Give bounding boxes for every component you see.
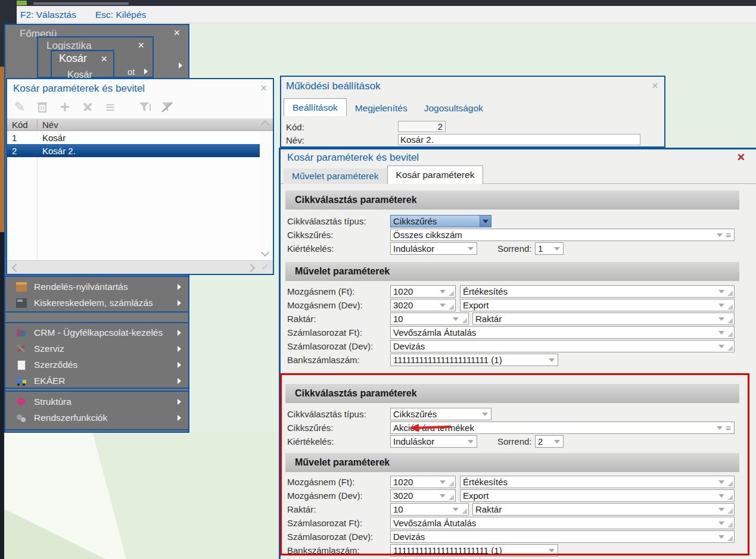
scroll-right-icon[interactable] — [247, 264, 255, 272]
chevron-down-icon[interactable] — [718, 508, 724, 511]
sorrend-select[interactable]: 1 — [535, 242, 564, 255]
chevron-down-icon[interactable] — [718, 290, 724, 293]
resize-grip-icon[interactable] — [727, 536, 733, 541]
chevron-down-icon[interactable] — [718, 304, 724, 307]
scroll-left-icon[interactable] — [12, 264, 20, 272]
chevron-down-icon[interactable] — [453, 508, 459, 511]
chevron-down-icon[interactable] — [453, 317, 459, 321]
f2-hint[interactable]: F2: Választás — [20, 6, 76, 23]
column-header-kod[interactable]: Kód — [7, 120, 37, 130]
chevron-down-icon[interactable] — [468, 440, 474, 444]
tab-muvelet-parameterek[interactable]: Művelet paraméterek — [284, 168, 387, 184]
szamlasorozat-ft-select[interactable]: Vevőszámla Átutalás — [390, 517, 735, 529]
resize-grip-icon[interactable] — [727, 291, 733, 296]
resize-grip-icon[interactable] — [462, 508, 467, 514]
chevron-down-icon[interactable] — [482, 413, 488, 416]
szamlasorozat-dev-select[interactable]: Devizás — [390, 340, 735, 352]
resize-grip-icon[interactable] — [727, 318, 733, 323]
settings-tools-icon[interactable] — [79, 99, 97, 115]
chevron-down-icon[interactable] — [440, 290, 446, 293]
kod-field[interactable]: 2 — [398, 121, 446, 132]
chevron-down-icon[interactable] — [718, 494, 724, 498]
list-lookup-icon[interactable]: ≡ — [726, 230, 731, 239]
filter-icon[interactable] — [136, 99, 154, 115]
menu-item-ekaer[interactable]: EKÁER — [5, 373, 188, 389]
sorrend-select[interactable]: 2 — [535, 435, 564, 448]
mozgasnem-dev-name-select[interactable]: Export — [460, 489, 735, 502]
resize-grip-icon[interactable] — [449, 304, 454, 310]
resize-grip-icon[interactable] — [462, 318, 467, 323]
chevron-down-icon[interactable] — [718, 331, 724, 335]
esc-hint[interactable]: Esc: Kilépés — [95, 6, 146, 23]
list-window-close-icon[interactable]: × — [260, 82, 267, 95]
mozgasnem-dev-code-select[interactable]: 3020 — [390, 299, 456, 311]
resize-grip-icon[interactable] — [449, 291, 454, 296]
menu-lines-icon[interactable]: ≡ — [101, 99, 119, 115]
tab-kosar-parameterek[interactable]: Kosár paraméterek — [387, 165, 484, 184]
scroll-down-icon[interactable] — [261, 248, 269, 257]
chevron-down-icon[interactable] — [718, 345, 724, 348]
table-row[interactable]: 1 Kosár — [7, 131, 260, 144]
table-row-selected[interactable]: 2 Kosár 2. — [7, 144, 260, 157]
mozgasnem-ft-code-select[interactable]: 1020 — [390, 476, 456, 488]
chevron-down-icon[interactable] — [549, 358, 555, 362]
chevron-down-icon[interactable] — [718, 480, 724, 484]
menu-item-struktura[interactable]: Struktúra — [5, 394, 188, 410]
raktar-name-select[interactable]: Raktár — [472, 503, 735, 516]
menu-item-szerviz[interactable]: Szerviz — [5, 341, 188, 357]
resize-grip-icon[interactable] — [727, 481, 733, 486]
scroll-up-icon[interactable] — [261, 120, 269, 129]
cikkszures-select[interactable]: Akciós áru termékek ≡ — [390, 421, 735, 434]
chevron-down-icon[interactable] — [440, 480, 446, 484]
column-header-nev[interactable]: Név — [38, 120, 262, 130]
bankszamlaszam-select[interactable]: 1111111111111111111111 (1) — [390, 544, 558, 557]
resize-grip-icon[interactable] — [727, 345, 733, 351]
chevron-down-icon[interactable] — [717, 426, 723, 430]
menu-item-szerzodes[interactable]: Szerződés — [5, 357, 188, 373]
mozgasnem-ft-code-select[interactable]: 1020 — [390, 285, 456, 298]
chevron-down-icon[interactable] — [468, 247, 474, 251]
menu-item-rendeles[interactable]: Rendelés-nyilvántartás — [5, 279, 188, 295]
kiertekeles-select[interactable]: Induláskor — [390, 435, 477, 448]
chevron-down-icon[interactable] — [554, 247, 560, 251]
chevron-down-icon[interactable] — [718, 535, 724, 539]
raktar-code-select[interactable]: 10 — [390, 503, 469, 516]
menu-item-kiskereskedelem[interactable]: Kiskereskedelem, számlázás — [5, 295, 188, 311]
szamlasorozat-ft-select[interactable]: Vevőszámla Átutalás — [390, 326, 735, 339]
raktar-name-select[interactable]: Raktár — [472, 313, 735, 325]
cikkszures-select[interactable]: Összes cikkszám ≡ — [390, 229, 735, 241]
cikkvalasztas-tipus-select[interactable]: Cikkszűrés — [390, 215, 491, 227]
tab-megjelenites[interactable]: Megjelenítés — [347, 101, 416, 116]
edit-icon[interactable]: ✎ — [11, 99, 29, 115]
list-lookup-icon[interactable]: ≡ — [726, 423, 731, 432]
menu-item-rendszerfunkciok[interactable]: Rendszerfunkciók — [5, 410, 188, 426]
chevron-down-icon[interactable] — [718, 521, 724, 525]
mozgasnem-dev-name-select[interactable]: Export — [460, 299, 735, 311]
szamlasorozat-dev-select[interactable]: Devizás — [390, 530, 735, 543]
chevron-down-icon[interactable] — [554, 440, 560, 444]
chevron-down-icon[interactable] — [717, 233, 723, 237]
kiertekeles-select[interactable]: Induláskor — [390, 242, 477, 255]
resize-grip-icon[interactable] — [449, 481, 454, 486]
chevron-down-icon[interactable] — [718, 317, 724, 321]
panel-close-icon[interactable]: ✕ — [737, 151, 745, 164]
fomenu-close-icon[interactable]: × — [173, 27, 180, 38]
delete-icon[interactable] — [33, 99, 51, 115]
resize-grip-icon[interactable] — [727, 522, 733, 527]
horizontal-scrollbar[interactable]: ✓ — [7, 260, 273, 274]
bankszamlaszam-select[interactable]: 1111111111111111111111 (1) — [390, 354, 558, 366]
table-header[interactable]: Kód Név — [7, 118, 273, 131]
resize-grip-icon[interactable] — [727, 304, 733, 310]
kosar-close-icon[interactable]: × — [101, 54, 107, 64]
nev-field[interactable]: Kosár 2. — [398, 134, 640, 145]
mozgasnem-ft-name-select[interactable]: Értékesítés — [460, 285, 735, 298]
resize-grip-icon[interactable] — [727, 495, 733, 500]
chevron-down-icon[interactable] — [549, 549, 555, 552]
raktar-code-select[interactable]: 10 — [390, 313, 469, 325]
tab-beallitasok[interactable]: Beállítások — [284, 98, 347, 116]
settings-window-close-icon[interactable]: × — [652, 79, 658, 92]
mozgasnem-ft-name-select[interactable]: Értékesítés — [460, 476, 735, 488]
tab-jogosultsagok[interactable]: Jogosultságok — [416, 101, 491, 116]
logisztika-clipped-item[interactable]: ot — [127, 67, 135, 77]
chevron-down-icon[interactable] — [480, 216, 491, 227]
